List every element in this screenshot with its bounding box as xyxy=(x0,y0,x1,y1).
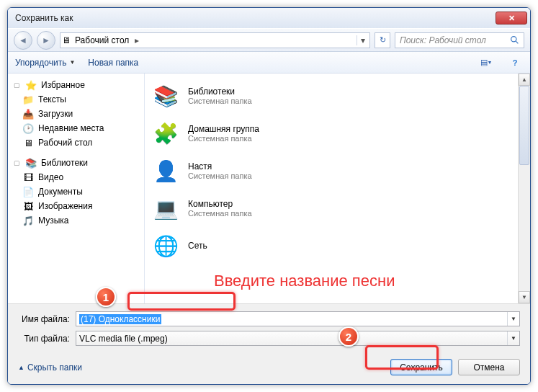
filetype-value: VLC media file (.mpeg) xyxy=(79,334,168,344)
list-item[interactable]: 💻 КомпьютерСистемная папка xyxy=(151,193,512,223)
tree-item[interactable]: 🎞Видео xyxy=(8,170,144,184)
chevron-up-icon: ▲ xyxy=(18,364,24,371)
form-area: Имя файла: (17) Одноклассники ▼ Тип файл… xyxy=(8,303,530,355)
scroll-up-button[interactable]: ▲ xyxy=(519,74,530,86)
address-segment[interactable]: Рабочий стол xyxy=(71,35,133,45)
chevron-down-icon[interactable]: ▼ xyxy=(507,331,519,345)
organize-button[interactable]: Упорядочить ▼ xyxy=(15,58,75,68)
address-dropdown[interactable]: ▾ xyxy=(357,35,368,45)
search-input[interactable]: Поиск: Рабочий стол xyxy=(395,32,524,48)
svg-line-1 xyxy=(516,41,518,43)
save-as-dialog: Сохранить как ✕ ◄ ► 🖥 Рабочий стол ▸ ▾ ↻… xyxy=(7,7,531,385)
folder-icon: 📁 xyxy=(22,94,34,105)
scroll-down-button[interactable]: ▼ xyxy=(519,291,530,303)
new-folder-button[interactable]: Новая папка xyxy=(88,58,138,68)
close-icon: ✕ xyxy=(508,14,515,23)
libraries-icon: 📚 xyxy=(25,157,37,169)
filetype-select[interactable]: VLC media file (.mpeg) ▼ xyxy=(76,331,520,346)
view-icon: ▤ xyxy=(480,58,488,67)
close-button[interactable]: ✕ xyxy=(496,12,527,24)
arrow-right-icon: ► xyxy=(42,35,50,45)
tree-item[interactable]: 🎵Музыка xyxy=(8,213,144,228)
tree-item[interactable]: 🖥Рабочий стол xyxy=(8,135,144,150)
desktop-icon: 🖥 xyxy=(22,137,34,148)
list-item[interactable]: 🧩 Домашняя группаСистемная папка xyxy=(151,118,512,148)
collapse-icon[interactable]: ▢ xyxy=(14,81,21,89)
file-list[interactable]: 📚 БиблиотекиСистемная папка 🧩 Домашняя г… xyxy=(145,74,518,303)
desktop-icon: 🖥 xyxy=(62,35,71,45)
filename-value: (17) Одноклассники xyxy=(79,314,161,324)
recent-icon: 🕑 xyxy=(22,122,34,134)
titlebar[interactable]: Сохранить как ✕ xyxy=(8,8,530,28)
chevron-down-icon: ▼ xyxy=(69,59,75,66)
tree-item[interactable]: 📄Документы xyxy=(8,184,144,199)
filetype-label: Тип файла: xyxy=(18,334,76,344)
back-button[interactable]: ◄ xyxy=(14,31,32,50)
forward-button[interactable]: ► xyxy=(37,31,55,50)
document-icon: 📄 xyxy=(22,186,34,197)
navigation-tree[interactable]: ▢ ⭐ Избранное 📁Тексты 📥Загрузки 🕑Недавни… xyxy=(8,74,145,303)
music-icon: 🎵 xyxy=(22,215,34,226)
list-item[interactable]: 🌐 Сеть xyxy=(151,231,512,261)
search-placeholder: Поиск: Рабочий стол xyxy=(400,35,486,45)
save-button[interactable]: Сохранить xyxy=(390,359,452,375)
help-icon: ? xyxy=(513,58,518,67)
scroll-thumb[interactable] xyxy=(519,86,529,165)
downloads-icon: 📥 xyxy=(22,108,34,120)
collapse-icon[interactable]: ▢ xyxy=(14,159,21,166)
view-options-button[interactable]: ▤▼ xyxy=(478,55,494,70)
filename-input[interactable]: (17) Одноклассники ▼ xyxy=(76,311,520,326)
list-item[interactable]: 📚 БиблиотекиСистемная папка xyxy=(151,81,512,111)
list-item[interactable]: 👤 НастяСистемная папка xyxy=(151,156,512,186)
window-title: Сохранить как xyxy=(15,13,496,23)
chevron-right-icon[interactable]: ▸ xyxy=(133,35,140,45)
user-icon: 👤 xyxy=(151,156,181,186)
arrow-left-icon: ◄ xyxy=(19,35,27,45)
nav-bar: ◄ ► 🖥 Рабочий стол ▸ ▾ ↻ Поиск: Рабочий … xyxy=(8,28,530,52)
filename-label: Имя файла: xyxy=(18,314,76,324)
tree-item[interactable]: 📁Тексты xyxy=(8,92,144,107)
search-icon xyxy=(510,35,519,45)
image-icon: 🖼 xyxy=(22,200,34,212)
chevron-down-icon[interactable]: ▼ xyxy=(507,312,519,326)
svg-point-0 xyxy=(511,37,516,42)
homegroup-icon: 🧩 xyxy=(151,118,181,148)
cancel-button[interactable]: Отмена xyxy=(458,359,520,375)
network-icon: 🌐 xyxy=(151,231,181,261)
address-bar[interactable]: 🖥 Рабочий стол ▸ ▾ xyxy=(60,32,370,48)
scrollbar[interactable]: ▲ ▼ xyxy=(518,74,530,303)
video-icon: 🎞 xyxy=(22,172,34,183)
libraries-icon: 📚 xyxy=(151,81,181,111)
computer-icon: 💻 xyxy=(151,193,181,223)
tree-favorites-header[interactable]: ▢ ⭐ Избранное xyxy=(8,78,144,92)
help-button[interactable]: ? xyxy=(507,55,523,70)
tree-item[interactable]: 🕑Недавние места xyxy=(8,121,144,135)
refresh-icon: ↻ xyxy=(380,35,386,45)
star-icon: ⭐ xyxy=(25,79,37,91)
toolbar: Упорядочить ▼ Новая папка ▤▼ ? xyxy=(8,52,530,74)
footer: ▲ Скрыть папки Сохранить Отмена xyxy=(8,355,530,384)
scroll-track[interactable] xyxy=(519,86,530,291)
tree-item[interactable]: 📥Загрузки xyxy=(8,107,144,121)
refresh-button[interactable]: ↻ xyxy=(375,32,390,48)
tree-item[interactable]: 🖼Изображения xyxy=(8,199,144,213)
hide-folders-button[interactable]: ▲ Скрыть папки xyxy=(18,362,82,373)
tree-libraries-header[interactable]: ▢ 📚 Библиотеки xyxy=(8,156,144,170)
